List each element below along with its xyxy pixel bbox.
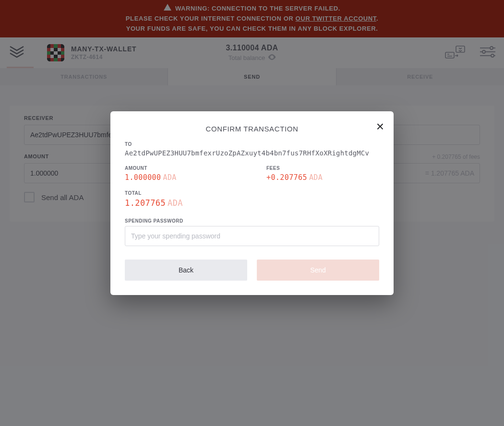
spending-password-input[interactable] <box>125 226 379 246</box>
modal-amount-label: AMOUNT <box>125 166 238 171</box>
modal-overlay[interactable]: CONFIRM TRANSACTION × TO Ae2tdPwUPEZ3HUU… <box>0 0 504 426</box>
modal-title: CONFIRM TRANSACTION <box>125 125 379 133</box>
back-button[interactable]: Back <box>125 260 247 281</box>
modal-to-address: Ae2tdPwUPEZ3HUU7bmfexrUzoZpAZxuyt4b4bn7f… <box>125 149 379 157</box>
modal-total-label: TOTAL <box>125 190 379 196</box>
modal-fees-label: FEES <box>266 166 379 171</box>
modal-to-label: TO <box>125 142 379 147</box>
send-button[interactable]: Send <box>257 260 379 281</box>
confirm-transaction-modal: CONFIRM TRANSACTION × TO Ae2tdPwUPEZ3HUU… <box>110 111 394 295</box>
modal-total-value: 1.207765ADA <box>125 198 379 208</box>
spending-password-label: SPENDING PASSWORD <box>125 218 379 224</box>
modal-fees-value: +0.207765ADA <box>266 173 379 182</box>
close-icon[interactable]: × <box>376 120 384 133</box>
modal-amount-value: 1.000000ADA <box>125 173 238 182</box>
